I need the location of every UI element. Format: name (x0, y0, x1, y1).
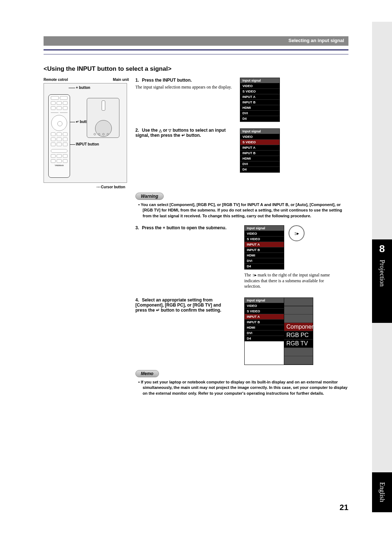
step-1: 1.Press the INPUT button. The input sign… (135, 78, 233, 118)
step-3-row: 3.Press the + button to open the submenu… (135, 225, 348, 289)
fig-label-remote: Remote cotrol (44, 78, 68, 82)
chapter-name: Projection (378, 260, 386, 287)
step-4-row: 4.Select an appropriate setting from [Co… (135, 297, 348, 365)
warning-block: Warning You can select [Component], [RGB… (135, 193, 348, 219)
enter-icon: ↵ (181, 133, 185, 138)
remote-illustration: YAMAHA (48, 94, 70, 178)
warning-text: You can select [Component], [RGB PC], or… (143, 202, 348, 219)
breadcrumb: Selecting an input signal (289, 38, 344, 43)
memo-text: If you set your laptop or notebook compu… (143, 379, 348, 396)
step-4: 4.Select an appropriate setting from [Co… (135, 297, 233, 313)
chapter-tab: 8 Projection (372, 239, 392, 323)
submenu-mark-callout: ↕▸ (289, 225, 305, 241)
page-number: 21 (340, 503, 348, 512)
memo-block: Memo If you set your laptop or notebook … (135, 370, 348, 396)
language-label: English (378, 482, 386, 502)
manual-page: Selecting an input signal <Using the INP… (0, 0, 392, 534)
osd-menu-4: Input signal VIDEO S VIDEO INPUT A INPUT… (244, 297, 313, 365)
fig-label-main: Main unit (113, 78, 129, 82)
brand-logo: YAMAHA (49, 164, 70, 167)
warning-pill: Warning (135, 193, 164, 200)
chapter-number: 8 (372, 239, 392, 255)
columns: Remote cotrol Main unit + button ↵ butto… (44, 78, 348, 189)
osd-menu-3: Input signal VIDEO S VIDEO INPUT A INPUT… (244, 225, 284, 270)
callout-cursor-button: ── Cursor button (44, 185, 129, 189)
middle-column: 1.Press the INPUT button. The input sign… (135, 78, 233, 189)
language-tab: English (372, 472, 392, 512)
enter-icon-2: ↵ (156, 308, 160, 313)
step-2: 2.Use the △ or ▽ buttons to select an in… (135, 128, 233, 171)
callout-input-button: INPUT button (76, 142, 99, 146)
remote-figure: + button ↵ button INPUT button (44, 83, 127, 183)
dpad-icon (51, 115, 67, 131)
rule-thick (44, 49, 348, 50)
osd-submenu: Component RGB PC RGB TV (284, 297, 313, 365)
left-column: Remote cotrol Main unit + button ↵ butto… (44, 78, 129, 189)
osd-menu-1: Input signal VIDEO S VIDEO INPUT A INPUT… (240, 78, 280, 122)
main-unit-illustration (87, 98, 119, 138)
callout-plus-button: + button (76, 86, 90, 90)
submenu-note: The ↕▸ mark to the right of the input si… (244, 272, 331, 289)
osd-menu-2: Input signal VIDEO S VIDEO INPUT A INPUT… (240, 128, 280, 173)
submenu-mark-icon: ↕▸ (294, 230, 299, 236)
right-column-top: Input signal VIDEO S VIDEO INPUT A INPUT… (240, 78, 348, 189)
content-area: <Using the INPUT button to select a sign… (44, 65, 348, 396)
section-header-band: Selecting an input signal (44, 36, 348, 46)
step-3: 3.Press the + button to open the submenu… (135, 225, 233, 230)
section-title: <Using the INPUT button to select a sign… (44, 65, 348, 73)
rule-thin (44, 54, 348, 54)
memo-pill: Memo (135, 370, 159, 377)
submenu-mark-icon-inline: ↕▸ (252, 272, 257, 278)
up-triangle-icon: △ (159, 128, 162, 132)
